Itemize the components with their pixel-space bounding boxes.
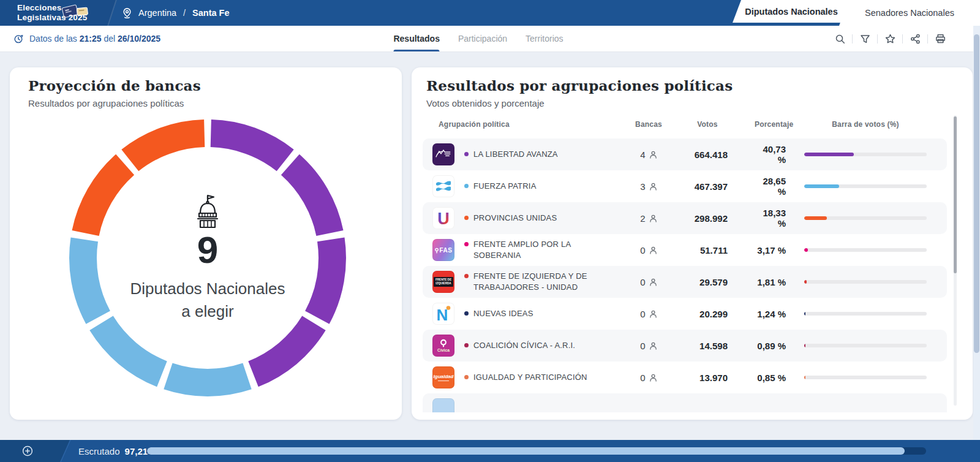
share-icon[interactable]: [908, 32, 922, 45]
icon-divider: [902, 34, 903, 44]
table-row[interactable]: NNUEVAS IDEAS020.2991,24 %: [423, 298, 947, 330]
vote-bar-track: [804, 312, 927, 316]
breadcrumb-region[interactable]: Santa Fe: [192, 8, 229, 18]
print-icon[interactable]: [933, 32, 947, 45]
person-icon: [649, 214, 657, 222]
party-name: IGUALDAD Y PARTICIPACIÓN: [457, 372, 610, 383]
party-logo-image: [432, 175, 454, 197]
icon-divider: [927, 34, 928, 44]
party-votes: 13.970: [687, 373, 755, 383]
person-icon: [649, 151, 657, 159]
breadcrumb-country[interactable]: Argentina: [138, 8, 176, 18]
party-logo-image: [432, 143, 454, 165]
seats-caption-line1: Diputados Nacionales: [130, 278, 285, 300]
breadcrumb-location[interactable]: Argentina / Santa Fe: [121, 0, 230, 26]
table-row-partial[interactable]: [423, 393, 947, 412]
seats-projection-card: Proyección de bancas Resultados por agru…: [10, 67, 402, 420]
person-icon: [649, 374, 657, 382]
vote-bar-cell: [804, 184, 927, 188]
party-votes: 664.418: [687, 150, 755, 160]
results-card-subtitle: Votos obtenidos y porcentaje: [426, 98, 545, 108]
scrutiny-progress-fill: [147, 447, 905, 455]
party-seats: 4: [610, 150, 687, 160]
capitol-icon: [191, 193, 224, 229]
party-seats: 2: [610, 213, 687, 224]
party-logo-image: Igualdad: [432, 366, 454, 388]
table-header: Agrupación política Bancas Votos Porcent…: [423, 120, 947, 129]
tab-territorios[interactable]: Territorios: [526, 26, 563, 51]
page-scrollbar-thumb[interactable]: [974, 34, 979, 353]
table-row[interactable]: LA LIBERTAD AVANZA4664.41840,73 %: [423, 138, 947, 170]
party-logo-image: FRENTE DEIZQUIERDA: [432, 271, 454, 293]
party-seats: 0: [610, 245, 687, 256]
logo-line2: Legislativas 2025: [17, 13, 87, 23]
tab-senadores-nacionales[interactable]: Senadores Nacionales: [839, 0, 980, 26]
person-icon: [649, 278, 657, 286]
table-scrollbar-thumb[interactable]: [954, 116, 957, 273]
vote-bar-cell: [804, 153, 927, 156]
party-color-dot: [464, 152, 469, 156]
table-row[interactable]: ⚲FASFRENTE AMPLIO POR LA SOBERANIA051.71…: [423, 234, 947, 266]
results-table-body: LA LIBERTAD AVANZA4664.41840,73 %FUERZA …: [423, 138, 947, 412]
table-row[interactable]: FUERZA PATRIA3467.39728,65 %: [423, 170, 947, 202]
view-tabs: ResultadosParticipaciónTerritorios: [393, 26, 563, 51]
party-logo-image: U: [432, 207, 454, 229]
tab-resultados[interactable]: Resultados: [393, 26, 439, 51]
tab-diputados-nacionales[interactable]: Diputados Nacionales: [733, 0, 850, 23]
party-votes: 467.397: [687, 181, 755, 192]
party-percentage: 0,85 %: [755, 373, 804, 383]
action-icons-bar: [833, 26, 947, 51]
vote-bar-fill: [804, 280, 807, 284]
filter-icon[interactable]: [858, 32, 872, 45]
app-logo[interactable]: Elecciones Legislativas 2025: [17, 3, 87, 23]
vote-bar-cell: [804, 376, 927, 379]
party-votes: 14.598: [687, 341, 755, 351]
party-percentage: 0,89 %: [755, 341, 804, 351]
party-percentage: 1,24 %: [755, 309, 804, 319]
scrutiny-progress-track: [147, 447, 926, 455]
party-votes: 298.992: [687, 213, 755, 224]
column-header-votos: Votos: [687, 120, 755, 129]
svg-text:U: U: [437, 210, 450, 228]
vote-bar-track: [804, 248, 927, 252]
vote-bar-fill: [804, 184, 839, 188]
party-color-dot: [464, 343, 469, 347]
vote-bar-track: [804, 280, 927, 284]
party-name: COALICIÓN CÍVICA - A.R.I.: [457, 340, 610, 351]
svg-text:N: N: [437, 306, 448, 324]
party-seats: 0: [610, 277, 687, 287]
elections-dashboard: Elecciones Legislativas 2025 Argentina /…: [0, 0, 980, 462]
vote-bar-fill: [804, 248, 808, 252]
timestamp-date: 26/10/2025: [118, 34, 160, 44]
party-seats: 3: [610, 181, 687, 192]
tab-participacion[interactable]: Participación: [458, 26, 507, 51]
person-icon: [649, 183, 657, 191]
expand-plus-icon[interactable]: [22, 445, 33, 456]
party-percentage: 18,33 %: [755, 208, 804, 229]
sub-header: Datos de las 21:25 del 26/10/2025 Result…: [0, 26, 980, 52]
vote-bar-fill: [804, 312, 805, 316]
star-icon[interactable]: [883, 32, 897, 45]
table-row[interactable]: FRENTE DEIZQUIERDAFRENTE DE IZQUIERDA Y …: [423, 266, 947, 298]
page-scrollbar-track[interactable]: [973, 26, 980, 440]
party-name: FUERZA PATRIA: [457, 181, 610, 192]
party-name: PROVINCIAS UNIDAS: [457, 213, 610, 224]
seats-total: 9: [197, 231, 218, 269]
party-color-dot: [464, 311, 469, 316]
column-header-agrupacion: Agrupación política: [432, 120, 610, 129]
vote-bar-cell: [804, 216, 927, 220]
vote-bar-fill: [804, 376, 805, 379]
vote-bar-fill: [804, 153, 854, 156]
table-row[interactable]: UPROVINCIAS UNIDAS2298.99218,33 %: [423, 202, 947, 234]
donut-center: 9 Diputados Nacionales a elegir: [68, 118, 347, 398]
clock-refresh-icon: [13, 34, 24, 44]
person-icon: [649, 310, 657, 318]
timestamp-time: 21:25: [80, 34, 102, 44]
table-row[interactable]: IgualdadIGUALDAD Y PARTICIPACIÓN013.9700…: [423, 362, 947, 393]
party-votes: 51.711: [687, 245, 755, 256]
search-icon[interactable]: [833, 32, 846, 45]
scrutiny-footer-bar: Escrutado 97,21 %: [0, 440, 980, 462]
column-header-barra: Barra de votos (%): [804, 120, 927, 129]
table-row[interactable]: CívicaCOALICIÓN CÍVICA - A.R.I.014.5980,…: [423, 330, 947, 362]
vote-bar-fill: [804, 344, 805, 347]
